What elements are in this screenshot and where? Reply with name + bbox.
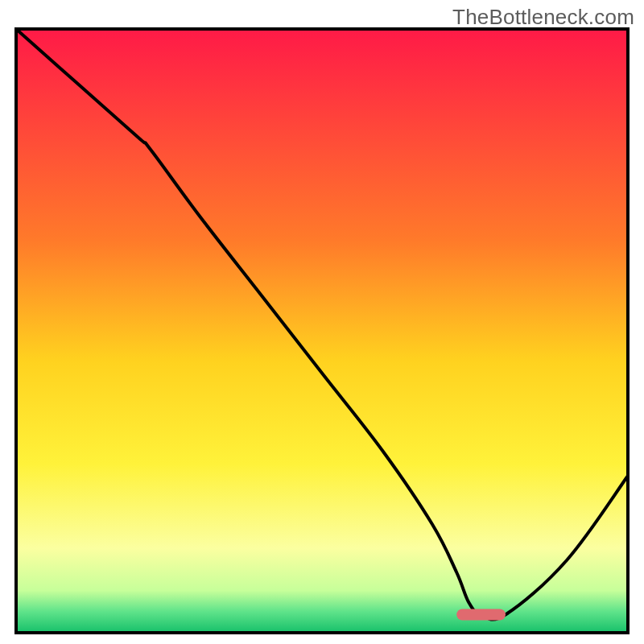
watermark-text: TheBottleneck.com [452, 5, 634, 30]
bottleneck-chart [0, 0, 644, 644]
optimal-zone-marker [456, 609, 506, 621]
gradient-background [16, 29, 628, 633]
chart-container: TheBottleneck.com [0, 0, 644, 644]
